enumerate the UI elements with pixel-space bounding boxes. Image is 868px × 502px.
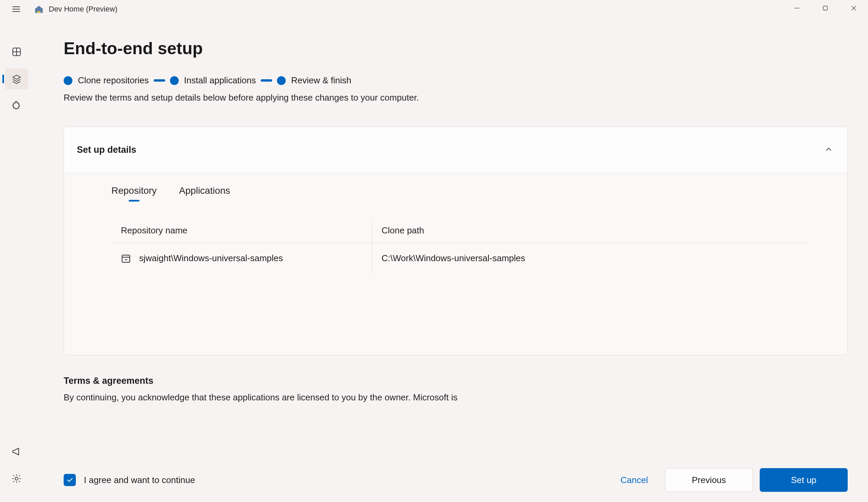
agree-label: I agree and want to continue bbox=[84, 475, 195, 485]
card-body: Repository Applications Repository name … bbox=[64, 173, 847, 355]
hamburger-icon bbox=[11, 4, 21, 14]
terms-title: Terms & agreements bbox=[64, 376, 848, 386]
step-label: Install applications bbox=[184, 75, 256, 86]
step-label: Review & finish bbox=[291, 75, 351, 86]
dashboard-icon bbox=[11, 47, 22, 57]
table-header: Repository name Clone path bbox=[111, 218, 807, 243]
svg-point-3 bbox=[15, 477, 18, 480]
setup-details-card: Set up details Repository Applications R… bbox=[64, 127, 848, 355]
step-install: Install applications bbox=[170, 75, 256, 86]
agree-checkbox-row[interactable]: I agree and want to continue bbox=[64, 474, 195, 486]
minimize-button[interactable] bbox=[783, 0, 811, 16]
close-icon bbox=[851, 5, 857, 11]
app-icon bbox=[34, 4, 44, 14]
column-header-path: Clone path bbox=[372, 218, 807, 243]
cell-repo-name: sjwaight\Windows-universal-samples bbox=[111, 243, 372, 274]
layers-icon bbox=[11, 74, 22, 84]
sidebar-item-settings[interactable] bbox=[5, 468, 28, 489]
card-title: Set up details bbox=[77, 145, 136, 155]
svg-rect-0 bbox=[37, 11, 41, 13]
sidebar-item-machine-config[interactable] bbox=[5, 69, 28, 90]
step-label: Clone repositories bbox=[78, 75, 149, 86]
step-dot-icon bbox=[170, 76, 179, 85]
sidebar-item-extensions[interactable] bbox=[5, 95, 28, 116]
hamburger-menu[interactable] bbox=[10, 3, 22, 15]
repository-table: Repository name Clone path sjwaight\Wind… bbox=[111, 218, 807, 274]
clone-path-text: C:\Work\Windows-universal-samples bbox=[382, 253, 525, 264]
maximize-icon bbox=[822, 5, 828, 11]
agree-checkbox[interactable] bbox=[64, 474, 76, 486]
cancel-button[interactable]: Cancel bbox=[610, 468, 658, 492]
minimize-icon bbox=[794, 5, 800, 11]
page-subtitle: Review the terms and setup details below… bbox=[64, 92, 848, 103]
tab-applications[interactable]: Applications bbox=[179, 185, 230, 199]
check-icon bbox=[66, 476, 73, 484]
step-connector bbox=[154, 79, 165, 82]
tab-repository[interactable]: Repository bbox=[111, 185, 157, 199]
cell-clone-path: C:\Work\Windows-universal-samples bbox=[372, 243, 807, 274]
sidebar-item-feedback[interactable] bbox=[5, 441, 28, 462]
setup-button[interactable]: Set up bbox=[760, 468, 848, 492]
close-button[interactable] bbox=[839, 0, 868, 16]
main-content: End-to-end setup Clone repositories Inst… bbox=[64, 34, 848, 502]
puzzle-icon bbox=[11, 101, 22, 111]
step-dot-icon bbox=[64, 76, 72, 85]
maximize-button[interactable] bbox=[811, 0, 839, 16]
footer-buttons: Cancel Previous Set up bbox=[610, 468, 848, 492]
page-title: End-to-end setup bbox=[64, 39, 848, 58]
megaphone-icon bbox=[11, 447, 22, 457]
gear-icon bbox=[11, 473, 22, 484]
previous-button[interactable]: Previous bbox=[665, 468, 753, 492]
column-header-name: Repository name bbox=[111, 218, 372, 243]
svg-rect-4 bbox=[122, 255, 130, 262]
svg-rect-1 bbox=[823, 6, 827, 10]
footer: I agree and want to continue Cancel Prev… bbox=[64, 461, 848, 492]
terms-text: By continuing, you acknowledge that thes… bbox=[64, 392, 848, 403]
window-controls bbox=[783, 0, 868, 16]
repo-name-text: sjwaight\Windows-universal-samples bbox=[139, 253, 283, 264]
repository-icon bbox=[121, 253, 131, 264]
table-row: sjwaight\Windows-universal-samples C:\Wo… bbox=[111, 243, 807, 274]
titlebar: Dev Home (Preview) bbox=[0, 0, 868, 18]
card-header-toggle[interactable]: Set up details bbox=[64, 127, 847, 173]
step-clone: Clone repositories bbox=[64, 75, 149, 86]
step-dot-icon bbox=[277, 76, 286, 85]
app-title: Dev Home (Preview) bbox=[49, 5, 117, 13]
progress-stepper: Clone repositories Install applications … bbox=[64, 75, 848, 86]
sidebar bbox=[0, 34, 33, 502]
terms-section: Terms & agreements By continuing, you ac… bbox=[64, 376, 848, 403]
step-connector bbox=[261, 79, 272, 82]
tabs: Repository Applications bbox=[111, 185, 807, 199]
step-review: Review & finish bbox=[277, 75, 351, 86]
chevron-up-icon bbox=[825, 146, 833, 154]
sidebar-item-dashboard[interactable] bbox=[5, 41, 28, 62]
